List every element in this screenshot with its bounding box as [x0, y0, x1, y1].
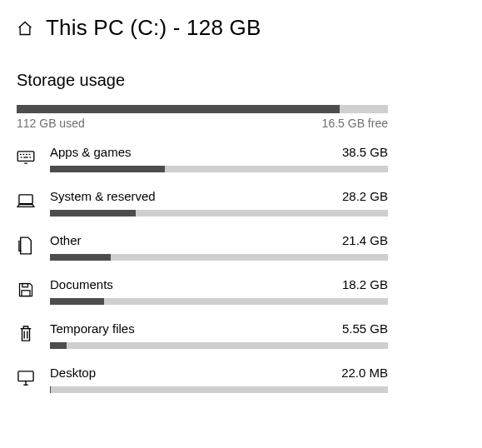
category-body: Other21.4 GB [50, 233, 388, 261]
category-body: Documents18.2 GB [50, 277, 388, 305]
category-bar-fill [50, 342, 67, 349]
section-heading: Storage usage [17, 71, 465, 90]
category-bar [50, 210, 388, 217]
laptop-icon [17, 189, 35, 214]
used-label: 112 GB used [17, 117, 85, 130]
category-size: 21.4 GB [342, 233, 388, 247]
category-labels: Other21.4 GB [50, 233, 388, 247]
category-labels: Documents18.2 GB [50, 277, 388, 291]
svg-rect-12 [18, 371, 33, 381]
category-body: System & reserved28.2 GB [50, 189, 388, 217]
category-size: 28.2 GB [342, 189, 388, 203]
category-row[interactable]: Desktop22.0 MB [17, 366, 465, 393]
category-size: 22.0 MB [341, 366, 388, 380]
svg-rect-0 [17, 152, 34, 162]
category-bar [50, 386, 388, 393]
overview-labels: 112 GB used 16.5 GB free [17, 117, 388, 130]
trash-icon [17, 321, 35, 346]
category-body: Desktop22.0 MB [50, 366, 388, 393]
category-bar [50, 254, 388, 261]
category-bar [50, 166, 388, 172]
category-bar-fill [50, 386, 51, 393]
svg-rect-10 [22, 291, 30, 296]
category-bar [50, 298, 388, 305]
category-size: 38.5 GB [342, 145, 388, 159]
category-size: 5.55 GB [342, 321, 388, 336]
category-bar-fill [50, 166, 165, 172]
category-name: Other [50, 233, 82, 247]
page-title: This PC (C:) - 128 GB [46, 15, 261, 41]
category-labels: Temporary files5.55 GB [50, 321, 388, 336]
category-name: Temporary files [50, 321, 135, 336]
file-icon [17, 233, 35, 258]
category-row[interactable]: System & reserved28.2 GB [17, 189, 465, 217]
category-name: Desktop [50, 366, 96, 380]
category-row[interactable]: Apps & games38.5 GB [17, 145, 465, 172]
svg-rect-11 [22, 284, 28, 287]
category-bar-fill [50, 254, 111, 261]
category-labels: Desktop22.0 MB [50, 366, 388, 380]
category-labels: System & reserved28.2 GB [50, 189, 388, 203]
home-icon[interactable] [17, 20, 33, 37]
category-name: System & reserved [50, 189, 156, 203]
category-row[interactable]: Documents18.2 GB [17, 277, 465, 305]
category-bar-fill [50, 298, 104, 305]
category-row[interactable]: Temporary files5.55 GB [17, 321, 465, 349]
keyboard-icon [17, 145, 35, 170]
title-row: This PC (C:) - 128 GB [17, 15, 465, 41]
categories-list: Apps & games38.5 GBSystem & reserved28.2… [17, 145, 465, 393]
category-bar-fill [50, 210, 136, 217]
category-labels: Apps & games38.5 GB [50, 145, 388, 159]
overview-bar [17, 105, 388, 113]
category-body: Apps & games38.5 GB [50, 145, 388, 172]
save-icon [17, 277, 35, 302]
category-name: Apps & games [50, 145, 132, 159]
free-label: 16.5 GB free [322, 117, 388, 130]
svg-rect-9 [19, 195, 32, 204]
overview-bar-fill [17, 105, 340, 113]
monitor-icon [17, 366, 35, 391]
category-name: Documents [50, 277, 113, 291]
category-size: 18.2 GB [342, 277, 388, 291]
category-body: Temporary files5.55 GB [50, 321, 388, 349]
category-row[interactable]: Other21.4 GB [17, 233, 465, 261]
category-bar [50, 342, 388, 349]
